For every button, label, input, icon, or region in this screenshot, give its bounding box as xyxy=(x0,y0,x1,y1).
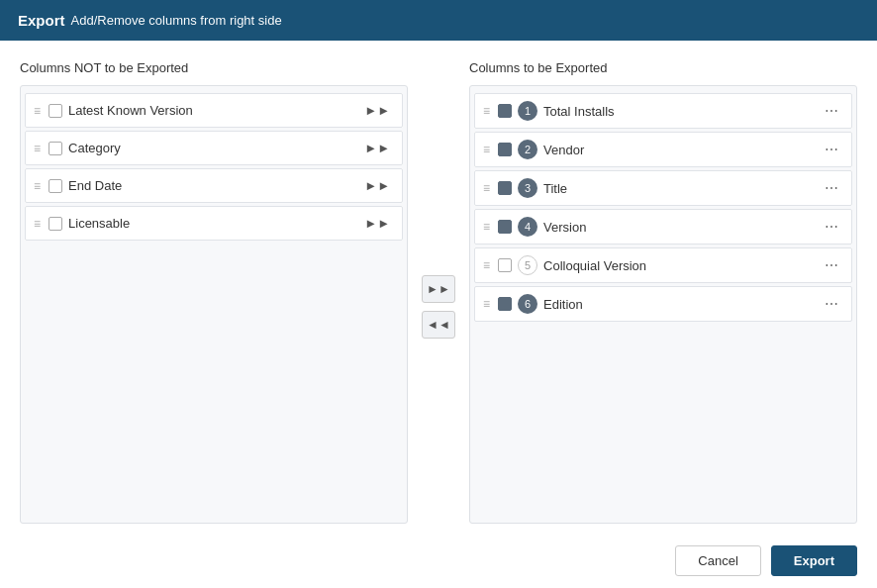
item-checkbox[interactable] xyxy=(498,297,512,311)
left-panel-list: ≡ Latest Known Version ►► ≡ Category ►► … xyxy=(20,85,408,524)
options-menu-button[interactable]: ⋯ xyxy=(821,140,843,159)
right-list-item: ≡ 1 Total Installs ⋯ xyxy=(474,93,852,129)
item-label: Title xyxy=(543,181,815,196)
dialog-footer: Cancel Export xyxy=(0,534,877,588)
drag-handle-icon: ≡ xyxy=(483,258,490,272)
item-number-badge: 3 xyxy=(518,178,537,198)
item-checkbox[interactable] xyxy=(498,143,512,156)
right-panel-list: ≡ 1 Total Installs ⋯ ≡ 2 Vendor ⋯ ≡ 3 Ti… xyxy=(469,85,857,524)
right-list-item: ≡ 2 Vendor ⋯ xyxy=(474,132,852,167)
right-list-item: ≡ 5 Colloquial Version ⋯ xyxy=(474,247,852,283)
item-number-badge: 5 xyxy=(518,255,537,275)
move-right-icon[interactable]: ►► xyxy=(360,214,394,233)
options-menu-button[interactable]: ⋯ xyxy=(821,178,843,198)
item-label: Colloquial Version xyxy=(543,258,815,273)
dialog-header: Export Add/Remove columns from right sid… xyxy=(0,0,877,41)
item-label: Category xyxy=(68,141,354,155)
drag-handle-icon: ≡ xyxy=(34,142,41,155)
item-number-badge: 2 xyxy=(518,140,537,159)
right-list-item: ≡ 6 Edition ⋯ xyxy=(474,286,852,322)
item-label: End Date xyxy=(68,178,354,193)
header-title-light: Add/Remove columns from right side xyxy=(71,13,282,28)
options-menu-button[interactable]: ⋯ xyxy=(821,294,843,314)
drag-handle-icon: ≡ xyxy=(483,297,490,311)
export-dialog: Export Add/Remove columns from right sid… xyxy=(0,0,877,588)
drag-handle-icon: ≡ xyxy=(34,217,41,231)
move-right-icon[interactable]: ►► xyxy=(360,139,394,157)
item-checkbox[interactable] xyxy=(498,258,512,272)
item-checkbox[interactable] xyxy=(49,217,62,231)
options-menu-button[interactable]: ⋯ xyxy=(821,255,843,275)
move-left-button[interactable]: ◄◄ xyxy=(422,311,455,339)
options-menu-button[interactable]: ⋯ xyxy=(821,101,843,121)
item-label: Latest Known Version xyxy=(68,103,354,118)
item-label: Licensable xyxy=(68,216,354,231)
item-checkbox[interactable] xyxy=(498,220,512,234)
left-list-item: ≡ End Date ►► xyxy=(25,168,403,203)
item-number-badge: 6 xyxy=(518,294,537,314)
item-checkbox[interactable] xyxy=(498,181,512,195)
drag-handle-icon: ≡ xyxy=(483,143,490,156)
drag-handle-icon: ≡ xyxy=(483,220,490,234)
item-label: Edition xyxy=(543,297,815,312)
cancel-button[interactable]: Cancel xyxy=(675,545,760,576)
dialog-content: Columns NOT to be Exported ≡ Latest Know… xyxy=(0,41,877,534)
item-label: Vendor xyxy=(543,143,815,157)
right-list-item: ≡ 4 Version ⋯ xyxy=(474,209,852,245)
left-list-item: ≡ Latest Known Version ►► xyxy=(25,93,403,128)
item-checkbox[interactable] xyxy=(498,104,512,118)
left-list-item: ≡ Licensable ►► xyxy=(25,206,403,241)
move-right-button[interactable]: ►► xyxy=(422,275,455,303)
right-panel-title: Columns to be Exported xyxy=(469,60,857,75)
drag-handle-icon: ≡ xyxy=(483,181,490,195)
drag-handle-icon: ≡ xyxy=(483,104,490,118)
item-checkbox[interactable] xyxy=(49,179,62,193)
drag-handle-icon: ≡ xyxy=(34,179,41,193)
item-label: Total Installs xyxy=(543,104,815,119)
drag-handle-icon: ≡ xyxy=(34,104,41,118)
export-button[interactable]: Export xyxy=(771,545,857,576)
left-panel: Columns NOT to be Exported ≡ Latest Know… xyxy=(20,60,408,524)
right-panel: Columns to be Exported ≡ 1 Total Install… xyxy=(469,60,857,524)
move-right-icon[interactable]: ►► xyxy=(360,176,394,195)
header-title-bold: Export xyxy=(18,12,65,29)
item-label: Version xyxy=(543,220,815,235)
move-right-icon[interactable]: ►► xyxy=(360,101,394,120)
right-list-item: ≡ 3 Title ⋯ xyxy=(474,170,852,206)
middle-controls: ►► ◄◄ xyxy=(408,90,469,524)
item-number-badge: 1 xyxy=(518,101,537,121)
left-list-item: ≡ Category ►► xyxy=(25,131,403,165)
options-menu-button[interactable]: ⋯ xyxy=(821,217,843,237)
item-checkbox[interactable] xyxy=(49,142,62,155)
item-checkbox[interactable] xyxy=(49,104,62,118)
item-number-badge: 4 xyxy=(518,217,537,237)
left-panel-title: Columns NOT to be Exported xyxy=(20,60,408,75)
